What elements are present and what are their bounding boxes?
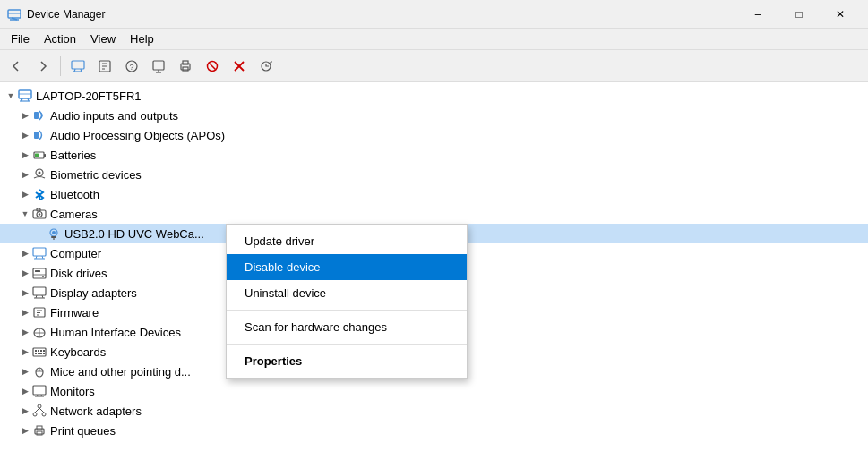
tree-root[interactable]: ▼ LAPTOP-20FT5FR1	[0, 86, 868, 106]
computer-icon	[18, 89, 32, 103]
tree-batteries[interactable]: ▶ Batteries	[0, 145, 868, 165]
toolbar-disable[interactable]	[200, 54, 225, 79]
title-bar: Device Manager – □ ✕	[0, 0, 868, 29]
ctx-disable-device[interactable]: Disable device	[227, 254, 467, 280]
ctx-update-driver[interactable]: Update driver	[227, 228, 467, 254]
main-content: ▼ LAPTOP-20FT5FR1 ▶	[0, 82, 868, 451]
ctx-uninstall-device-label: Uninstall device	[245, 286, 326, 300]
expander-display[interactable]: ▶	[18, 285, 32, 300]
maximize-button[interactable]: □	[778, 0, 820, 29]
ctx-scan-hardware-label: Scan for hardware changes	[245, 320, 387, 334]
svg-rect-69	[43, 350, 45, 352]
svg-rect-19	[183, 67, 188, 71]
toolbar-update[interactable]	[146, 54, 171, 79]
network-icon	[32, 404, 47, 418]
svg-rect-31	[34, 132, 39, 139]
expander-audio-io[interactable]: ▶	[18, 108, 32, 123]
svg-point-82	[42, 413, 46, 416]
disk-icon	[32, 266, 47, 280]
expander-monitors[interactable]: ▶	[18, 384, 32, 398]
expander-hid[interactable]: ▶	[18, 325, 32, 339]
expander-audio-apo[interactable]: ▶	[18, 128, 32, 142]
menu-view[interactable]: View	[83, 30, 123, 49]
ctx-uninstall-device[interactable]: Uninstall device	[227, 280, 467, 306]
biometric-label: Biometric devices	[50, 168, 142, 182]
ctx-properties[interactable]: Properties	[227, 348, 467, 374]
disk-label: Disk drives	[50, 267, 107, 280]
tree-audio-apo[interactable]: ▶ Audio Processing Objects (APOs)	[0, 125, 868, 145]
toolbar-forward[interactable]	[30, 54, 56, 79]
tree-network[interactable]: ▶ Network adapters	[0, 401, 868, 421]
svg-rect-67	[38, 350, 39, 352]
firmware-icon	[32, 305, 47, 319]
expander-root[interactable]: ▼	[4, 89, 18, 103]
hid-label: Human Interface Devices	[50, 326, 181, 339]
ctx-sep-1	[227, 310, 467, 311]
toolbar-help[interactable]: ?	[119, 54, 144, 79]
print-label: Print queues	[50, 424, 116, 438]
toolbar: ?	[0, 50, 868, 82]
ctx-scan-hardware[interactable]: Scan for hardware changes	[227, 314, 467, 340]
tree-monitors[interactable]: ▶ Monitors	[0, 381, 868, 401]
minimize-button[interactable]: –	[737, 0, 778, 29]
expander-keyboards[interactable]: ▶	[18, 345, 32, 359]
firmware-label: Firmware	[50, 306, 99, 319]
tree-biometric[interactable]: ▶ Biometric devices	[0, 165, 868, 184]
expander-print[interactable]: ▶	[18, 423, 32, 438]
expander-computer[interactable]: ▶	[18, 246, 32, 260]
expander-batteries[interactable]: ▶	[18, 148, 32, 162]
window-title: Device Manager	[27, 8, 737, 21]
svg-rect-72	[43, 353, 45, 354]
batteries-label: Batteries	[50, 149, 96, 162]
webcam-label: USB2.0 HD UVC WebCa...	[64, 227, 204, 241]
expander-bluetooth[interactable]: ▶	[18, 187, 32, 201]
tree-cameras[interactable]: ▼ Cameras	[0, 204, 868, 224]
tree-audio-io[interactable]: ▶ Audio inputs and outputs	[0, 106, 868, 125]
bluetooth-icon	[32, 187, 47, 201]
cameras-label: Cameras	[50, 208, 98, 221]
svg-point-40	[39, 213, 40, 215]
toolbar-back[interactable]	[4, 54, 29, 79]
ctx-update-driver-label: Update driver	[245, 234, 314, 248]
svg-point-43	[52, 231, 56, 234]
expander-network[interactable]: ▶	[18, 404, 32, 418]
mice-icon	[32, 364, 47, 379]
window-controls: – □ ✕	[737, 0, 861, 29]
bluetooth-label: Bluetooth	[50, 188, 99, 201]
print-icon	[32, 423, 47, 438]
tree-print[interactable]: ▶ Print queues	[0, 421, 868, 440]
menu-help[interactable]: Help	[123, 30, 161, 49]
mice-label: Mice and other pointing d...	[50, 365, 191, 379]
expander-cameras[interactable]: ▼	[18, 207, 32, 221]
audio-io-icon	[32, 108, 47, 123]
svg-rect-65	[33, 348, 46, 356]
svg-rect-34	[35, 154, 39, 157]
svg-line-21	[210, 63, 216, 69]
display-icon	[32, 285, 47, 300]
expander-mice[interactable]: ▶	[18, 364, 32, 379]
toolbar-uninstall[interactable]	[227, 54, 252, 79]
ctx-properties-label: Properties	[245, 354, 302, 368]
expander-disk[interactable]: ▶	[18, 266, 32, 280]
toolbar-properties[interactable]	[92, 54, 117, 79]
tree-bluetooth[interactable]: ▶ Bluetooth	[0, 184, 868, 204]
svg-rect-71	[38, 353, 42, 354]
close-button[interactable]: ✕	[820, 0, 861, 29]
svg-rect-33	[44, 154, 46, 157]
svg-rect-25	[19, 90, 31, 98]
network-label: Network adapters	[50, 404, 142, 418]
svg-rect-53	[35, 270, 40, 272]
keyboards-label: Keyboards	[50, 345, 106, 359]
menu-action[interactable]: Action	[37, 30, 83, 49]
menu-bar: File Action View Help	[0, 29, 868, 50]
monitors-icon	[32, 384, 47, 398]
menu-file[interactable]: File	[4, 30, 37, 49]
root-label: LAPTOP-20FT5FR1	[36, 89, 142, 103]
toolbar-scan[interactable]	[254, 54, 279, 79]
svg-rect-66	[35, 350, 37, 352]
expander-biometric[interactable]: ▶	[18, 167, 32, 182]
toolbar-print[interactable]	[173, 54, 198, 79]
expander-firmware[interactable]: ▶	[18, 305, 32, 319]
toolbar-computer[interactable]	[65, 54, 90, 79]
computer-node-icon	[32, 246, 47, 260]
